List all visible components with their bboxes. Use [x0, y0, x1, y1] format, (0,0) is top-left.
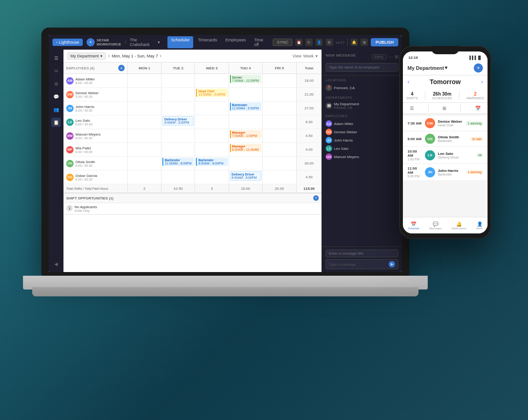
sync-button[interactable]: SYNC	[273, 39, 293, 46]
phone-nav-more[interactable]: 👤 More	[476, 221, 483, 230]
phone-next-date-button[interactable]: ›	[481, 79, 483, 85]
phone-nav-messages[interactable]: 💬 Messages	[429, 221, 442, 230]
list-item[interactable]: 10:00 AM 1:00 PM LS Leo Salo Delivery Dr…	[403, 147, 488, 163]
list-item[interactable]: AM Adam Miller	[326, 119, 398, 128]
sidebar-icon-menu[interactable]: ☰	[52, 53, 61, 62]
schedule-cell[interactable]	[128, 88, 161, 101]
schedule-cell[interactable]	[263, 102, 296, 115]
message-body-placeholder[interactable]: Type a message	[329, 262, 356, 267]
schedule-cell[interactable]	[161, 74, 195, 87]
shift-block[interactable]: Manager 8:00AM - 11:00AM	[230, 144, 261, 152]
list-item[interactable]: 9:00 AM OS Olivia Smith Bartender 1h lat…	[403, 131, 488, 146]
schedule-cell[interactable]	[128, 74, 161, 87]
schedule-cell[interactable]	[161, 102, 195, 115]
department-select[interactable]: My Department ▾	[67, 52, 106, 60]
shift-block[interactable]: Bartender 11:00AM - 8:00PM	[162, 158, 194, 166]
date-next-button[interactable]: ›	[160, 53, 161, 58]
message-title-input[interactable]	[326, 250, 398, 257]
message-options-icon[interactable]: ⋯	[388, 54, 393, 59]
schedule-cell[interactable]	[195, 143, 229, 156]
list-item[interactable]: LS Leo Salo	[326, 144, 398, 153]
list-item[interactable]: 📍 Fremont, CA	[326, 84, 398, 92]
schedule-cell[interactable]: Bartender 11:00AM - 9:00PM	[229, 102, 263, 115]
schedule-cell[interactable]	[263, 170, 296, 184]
schedule-cell[interactable]	[128, 115, 161, 129]
tab-timeoff[interactable]: Time off	[251, 36, 269, 48]
schedule-cell[interactable]	[128, 157, 161, 170]
phone-add-shift-button[interactable]: +	[474, 63, 483, 73]
schedule-cell[interactable]	[229, 115, 263, 129]
list-item[interactable]: 🏢 My Department Fremont, CA	[326, 101, 398, 110]
message-grid-icon[interactable]: ⊞	[395, 54, 398, 59]
grid-icon[interactable]: ⊞	[361, 39, 368, 46]
sidebar-icon-screen[interactable]: 🖥	[52, 79, 61, 88]
filter-list-icon[interactable]: ☰	[410, 106, 414, 111]
phone-nav-schedule[interactable]: 📅 Schedule	[408, 221, 419, 230]
schedule-cell[interactable]: Server 7:00AM - 12:00PM	[229, 74, 263, 87]
nav-location[interactable]: The Crabshack ▾	[130, 38, 160, 47]
schedule-cell[interactable]: Manager 7:00AM - 1:00PM	[229, 129, 263, 142]
phone-department-select[interactable]: My Department ▾	[407, 65, 448, 71]
schedule-cell[interactable]: Delivery Driver 8:00AM - 6:00PM	[229, 170, 263, 184]
schedule-cell[interactable]	[229, 88, 263, 101]
schedule-cell[interactable]	[263, 143, 296, 156]
bell-icon[interactable]: 🔔	[350, 39, 358, 46]
shift-block[interactable]: Head Chef 11:00AM - 3:00PM	[196, 89, 227, 97]
sidebar-icon-chat[interactable]: 💬	[52, 92, 61, 101]
tab-scheduler[interactable]: Scheduler	[167, 36, 194, 48]
shift-block[interactable]: Delivery Driver 9:00AM - 3:00PM	[162, 116, 194, 125]
schedule-cell[interactable]	[195, 129, 229, 142]
employee-search-input[interactable]	[326, 63, 398, 72]
sidebar-icon-users[interactable]: 👥	[52, 105, 61, 114]
shift-block[interactable]: Bartender 11:00AM - 9:00PM	[230, 102, 261, 111]
shift-block[interactable]: Bartender 8:00AM - 8:00PM	[196, 158, 227, 166]
sidebar-icon-schedule[interactable]: 📋	[52, 118, 61, 127]
schedule-cell[interactable]	[263, 74, 296, 87]
schedule-cell[interactable]	[229, 157, 263, 170]
list-item[interactable]: DW Denise Weber	[326, 128, 398, 136]
list-item[interactable]: JH John Harris	[326, 136, 398, 144]
sidebar-icon-collapse[interactable]: ◀	[52, 259, 61, 268]
tab-employees[interactable]: Employees	[222, 36, 250, 48]
send-message-button[interactable]: ➤	[389, 261, 395, 267]
schedule-cell[interactable]	[128, 170, 161, 184]
schedule-cell[interactable]: Manager 8:00AM - 11:00AM	[229, 143, 263, 156]
schedule-cell[interactable]	[195, 170, 229, 184]
schedule-cell[interactable]	[263, 88, 296, 101]
clock-icon[interactable]: ⏰	[295, 39, 303, 46]
date-prev-button[interactable]: ‹	[109, 53, 110, 58]
schedule-cell[interactable]	[128, 129, 161, 142]
user-icon[interactable]: 👤	[316, 39, 323, 46]
schedule-cell[interactable]	[263, 115, 296, 129]
view-select[interactable]: View Week ▾	[293, 54, 318, 58]
add-employee-button[interactable]: +	[118, 65, 125, 71]
schedule-cell[interactable]	[263, 157, 296, 170]
filter-grid-icon[interactable]: ⊞	[442, 106, 446, 111]
schedule-cell[interactable]	[195, 102, 229, 115]
shift-block[interactable]: Manager 7:00AM - 1:00PM	[230, 130, 261, 138]
schedule-cell[interactable]: Bartender 8:00AM - 8:00PM	[195, 157, 229, 170]
tab-timecards[interactable]: Timecards	[194, 36, 221, 48]
schedule-cell[interactable]	[161, 129, 195, 142]
sidebar-icon-mail[interactable]: ✉	[52, 66, 61, 75]
refresh-icon[interactable]: ↻	[305, 39, 313, 46]
phone-nav-notifications[interactable]: 🔔 Notifications	[452, 221, 467, 230]
publish-button[interactable]: PUBLISH	[371, 38, 398, 46]
shift-block[interactable]: Delivery Driver 8:00AM - 6:00PM	[230, 171, 261, 181]
schedule-cell[interactable]	[195, 74, 229, 87]
schedule-cell[interactable]	[263, 129, 296, 142]
schedule-cell[interactable]	[128, 143, 161, 156]
phone-prev-date-button[interactable]: ‹	[407, 79, 409, 85]
schedule-cell[interactable]: Bartender 11:00AM - 8:00PM	[161, 157, 195, 170]
schedule-cell[interactable]: Delivery Driver 9:00AM - 3:00PM	[161, 115, 195, 129]
add-shift-opportunity-button[interactable]: +	[313, 195, 319, 201]
schedule-cell[interactable]: Head Chef 11:00AM - 3:00PM	[195, 88, 229, 101]
back-button[interactable]: ‹ Lighthouse	[52, 39, 83, 46]
schedule-cell[interactable]	[161, 143, 195, 156]
filter-calendar-icon[interactable]: 📅	[475, 106, 481, 111]
list-item[interactable]: MM Manuel Meyers	[326, 153, 398, 161]
schedule-cell[interactable]	[128, 102, 161, 115]
schedule-cell[interactable]	[161, 170, 195, 184]
schedule-cell[interactable]	[161, 88, 195, 101]
shift-block[interactable]: Server 7:00AM - 12:00PM	[230, 75, 261, 83]
